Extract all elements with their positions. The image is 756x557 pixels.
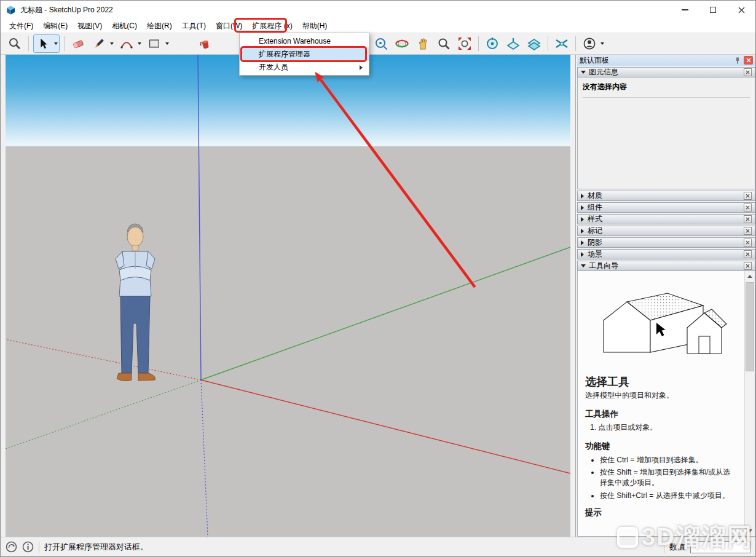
- section-close-button[interactable]: [744, 203, 752, 211]
- arc-icon: [120, 37, 133, 50]
- zoom-extents-button[interactable]: [455, 34, 474, 53]
- minimize-button[interactable]: [671, 1, 699, 19]
- section-close-button[interactable]: [744, 227, 752, 235]
- entity-info-header[interactable]: 图元信息: [577, 67, 755, 77]
- section-styles[interactable]: 样式: [577, 214, 755, 224]
- menu-item-extension-warehouse[interactable]: Extension Warehouse: [240, 34, 369, 47]
- menu-view[interactable]: 视图(V): [73, 19, 107, 33]
- account-icon: [583, 37, 596, 50]
- pencil-icon: [92, 37, 106, 50]
- scrollbar-thumb[interactable]: [746, 282, 754, 371]
- account-dropdown[interactable]: [599, 34, 605, 53]
- arc-tool-button[interactable]: [117, 34, 143, 53]
- pin-icon[interactable]: [734, 57, 741, 64]
- section-scenes[interactable]: 场景: [577, 249, 755, 259]
- menu-help[interactable]: 帮助(H): [297, 19, 333, 33]
- section-materials[interactable]: 材质: [577, 191, 755, 201]
- section-fill-button[interactable]: [525, 34, 543, 53]
- close-button[interactable]: [727, 1, 755, 19]
- divider: [664, 542, 664, 553]
- close-icon: [746, 264, 750, 268]
- menu-file[interactable]: 文件(F): [4, 19, 38, 33]
- menu-tools[interactable]: 工具(T): [177, 19, 211, 33]
- section-close-button[interactable]: [744, 215, 752, 223]
- maximize-button[interactable]: [699, 1, 727, 19]
- position-camera-button[interactable]: [483, 34, 502, 53]
- entity-info-close-button[interactable]: [744, 68, 752, 76]
- section-close-button[interactable]: [744, 250, 752, 258]
- select-tool-button[interactable]: [33, 34, 60, 53]
- geolocation-icon[interactable]: [6, 541, 17, 553]
- line-tool-dropdown[interactable]: [108, 34, 115, 53]
- paint-bucket-button[interactable]: [196, 34, 215, 53]
- expand-arrow-icon: [581, 205, 584, 210]
- menu-camera[interactable]: 相机(C): [107, 19, 142, 33]
- menu-item-extension-manager[interactable]: 扩展程序管理器: [240, 47, 369, 61]
- menu-bar: 文件(F) 编辑(E) 视图(V) 相机(C) 绘图(R) 工具(T) 窗口(W…: [1, 19, 755, 33]
- instructor-operations-title: 工具操作: [585, 409, 737, 421]
- modifier-item: 按住 Shift = 增加项目到选择集和/或从选择集中减少项目。: [600, 467, 737, 488]
- position-camera-icon: [485, 36, 500, 51]
- line-tool-button[interactable]: [90, 34, 115, 53]
- default-tray-panel: 默认面板 图元信息 没有选择内容: [575, 55, 756, 537]
- menu-edit[interactable]: 编辑(E): [38, 19, 73, 33]
- menu-draw[interactable]: 绘图(R): [142, 19, 177, 33]
- pan-tool-button[interactable]: [414, 34, 432, 53]
- instructor-body: 选择工具 选择模型中的项目和对象。 工具操作 1. 点击项目或对象。 功能键 按…: [577, 271, 755, 537]
- section-shadows[interactable]: 阴影: [577, 237, 755, 248]
- toolbar-separator: [548, 36, 548, 51]
- tray-header[interactable]: 默认面板: [577, 55, 755, 66]
- modeling-viewport[interactable]: [6, 55, 570, 537]
- status-message: 打开扩展程序管理器对话框。: [44, 542, 148, 553]
- modifier-item: 按住 Shift+Ctrl = 从选择集中减少项目。: [600, 491, 737, 501]
- section-plane-button[interactable]: [504, 34, 522, 53]
- orbit-tool-button[interactable]: [393, 34, 411, 53]
- instructor-tool-name: 选择工具: [585, 374, 737, 390]
- info-icon[interactable]: [22, 541, 34, 553]
- select-tool-dropdown[interactable]: [52, 34, 59, 53]
- scroll-down-button[interactable]: [745, 526, 755, 536]
- instructor-modifier-list: 按住 Ctrl = 增加项目到选择集。 按住 Shift = 增加项目到选择集和…: [585, 455, 737, 501]
- arc-tool-dropdown[interactable]: [136, 34, 143, 53]
- tape-measure-button[interactable]: [372, 34, 390, 53]
- chevron-down-icon: [600, 42, 604, 45]
- menu-item-developer[interactable]: 开发人员: [240, 61, 369, 74]
- collapse-arrow-icon: [581, 264, 586, 267]
- close-icon: [746, 194, 750, 198]
- instructor-header[interactable]: 工具向导: [577, 261, 755, 271]
- main-area: 默认面板 图元信息 没有选择内容: [1, 55, 755, 537]
- section-title: 场景: [588, 249, 602, 259]
- section-display-button[interactable]: [553, 34, 571, 53]
- measurement-label: 数值: [669, 542, 685, 553]
- maximize-icon: [710, 7, 716, 13]
- section-close-button[interactable]: [744, 192, 752, 200]
- menu-extensions[interactable]: 扩展程序 (x): [247, 19, 297, 33]
- instructor-close-button[interactable]: [744, 262, 752, 270]
- section-title: 标记: [588, 226, 602, 236]
- chevron-down-icon: [165, 42, 169, 45]
- eraser-tool-button[interactable]: [69, 34, 87, 53]
- shapes-tool-dropdown[interactable]: [163, 34, 170, 53]
- search-button[interactable]: [6, 34, 24, 53]
- tray-close-button[interactable]: [744, 56, 753, 65]
- instructor-scrollbar[interactable]: [744, 271, 755, 536]
- section-display-icon: [554, 36, 569, 51]
- zoom-extents-icon: [458, 37, 471, 50]
- collapse-arrow-icon: [581, 71, 586, 74]
- title-bar: 无标题 - SketchUp Pro 2022: [1, 1, 755, 19]
- shapes-tool-button[interactable]: [145, 34, 170, 53]
- section-close-button[interactable]: [744, 239, 752, 247]
- zoom-tool-button[interactable]: [435, 34, 453, 53]
- instructor-house-illustration: [595, 277, 728, 369]
- divider: [583, 97, 750, 98]
- measurement-input[interactable]: [690, 541, 750, 553]
- expand-arrow-icon: [581, 252, 584, 257]
- section-tags[interactable]: 标记: [577, 226, 755, 236]
- scroll-up-button[interactable]: [745, 271, 755, 282]
- panel-splitter[interactable]: [570, 55, 575, 537]
- window-title: 无标题 - SketchUp Pro 2022: [20, 5, 113, 15]
- menu-window[interactable]: 窗口(W): [211, 19, 247, 33]
- extensions-dropdown-menu: Extension Warehouse 扩展程序管理器 开发人员: [239, 33, 369, 76]
- account-button[interactable]: [580, 34, 605, 53]
- section-components[interactable]: 组件: [577, 202, 755, 213]
